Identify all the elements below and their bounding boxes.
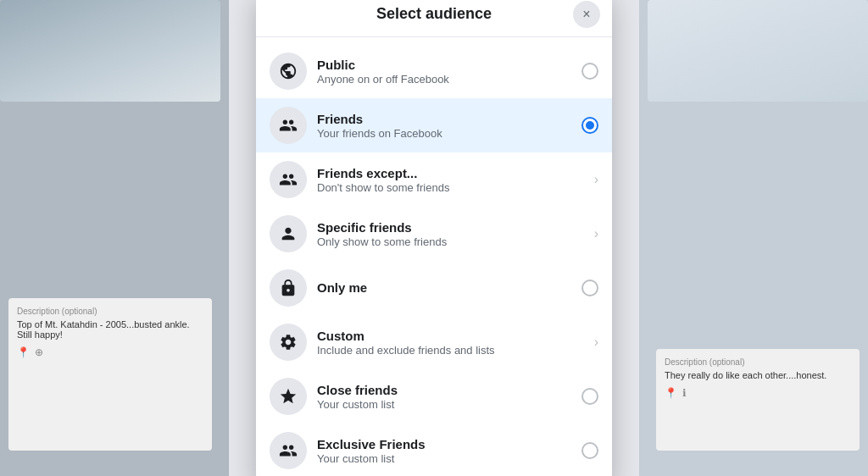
close-button[interactable]: × (573, 1, 600, 28)
custom-text: Custom Include and exclude friends and l… (317, 329, 584, 357)
public-subtitle: Anyone on or off Facebook (317, 73, 571, 86)
chevron-right-icon-3: › (594, 335, 598, 350)
specific-friends-title: Specific friends (317, 220, 584, 235)
specific-friends-chevron: › (594, 226, 598, 241)
specific-friends-icon-wrap (270, 215, 307, 252)
close-friends-icon-wrap (270, 378, 307, 415)
only-me-title: Only me (317, 280, 571, 295)
globe-icon (279, 62, 298, 80)
close-friends-radio (581, 388, 598, 405)
option-close-friends[interactable]: Close friends Your custom list (256, 369, 612, 423)
friends-except-subtitle: Don't show to some friends (317, 181, 584, 194)
public-text: Public Anyone on or off Facebook (317, 58, 571, 86)
only-me-icon-wrap (270, 269, 307, 307)
close-friends-text: Close friends Your custom list (317, 383, 571, 411)
custom-icon-wrap (270, 324, 307, 361)
option-friends-except[interactable]: Friends except... Don't show to some fri… (256, 152, 612, 207)
exclusive-friends-radio (581, 442, 598, 459)
custom-subtitle: Include and exclude friends and lists (317, 344, 584, 357)
exclusive-friends-text: Exclusive Friends Your custom list (317, 437, 571, 465)
friends-except-icon-wrap (270, 161, 307, 198)
option-only-me[interactable]: Only me (256, 261, 612, 315)
close-friends-radio-circle (581, 388, 598, 405)
exclusive-friends-subtitle: Your custom list (317, 452, 571, 465)
option-custom[interactable]: Custom Include and exclude friends and l… (256, 315, 612, 369)
close-friends-subtitle: Your custom list (317, 398, 571, 411)
friends-radio-circle (581, 117, 598, 134)
exclusive-friends-icon (279, 441, 298, 460)
star-icon (279, 387, 298, 406)
friends-except-icon (279, 170, 298, 189)
exclusive-friends-icon-wrap (270, 432, 307, 469)
option-exclusive-friends[interactable]: Exclusive Friends Your custom list (256, 423, 612, 476)
lock-icon (279, 279, 298, 297)
public-radio-circle (581, 63, 598, 80)
friends-except-chevron: › (594, 172, 598, 187)
select-audience-modal: Select audience × Public Anyone on or of… (256, 0, 612, 476)
only-me-radio-circle (581, 280, 598, 296)
public-title: Public (317, 58, 571, 72)
specific-friends-icon (279, 224, 298, 243)
close-friends-title: Close friends (317, 383, 571, 397)
exclusive-friends-radio-circle (581, 442, 598, 459)
friends-icon (279, 116, 298, 135)
modal-header: Select audience × (256, 0, 612, 37)
specific-friends-subtitle: Only show to some friends (317, 235, 584, 248)
gear-icon (279, 333, 298, 351)
friends-except-text: Friends except... Don't show to some fri… (317, 166, 584, 194)
specific-friends-text: Specific friends Only show to some frien… (317, 220, 584, 248)
option-friends[interactable]: Friends Your friends on Facebook (256, 98, 612, 152)
only-me-text: Only me (317, 280, 571, 296)
chevron-right-icon-2: › (594, 226, 598, 241)
option-public[interactable]: Public Anyone on or off Facebook (256, 44, 612, 98)
custom-chevron: › (594, 335, 598, 350)
friends-icon-wrap (270, 107, 307, 144)
public-icon-wrap (270, 53, 307, 90)
public-radio (581, 63, 598, 80)
modal-backdrop: Select audience × Public Anyone on or of… (0, 0, 868, 476)
option-specific-friends[interactable]: Specific friends Only show to some frien… (256, 207, 612, 261)
exclusive-friends-title: Exclusive Friends (317, 437, 571, 451)
modal-body: Public Anyone on or off Facebook Friends… (256, 37, 612, 476)
friends-title: Friends (317, 112, 571, 126)
friends-except-title: Friends except... (317, 166, 584, 180)
friends-subtitle: Your friends on Facebook (317, 127, 571, 140)
friends-text: Friends Your friends on Facebook (317, 112, 571, 140)
chevron-right-icon: › (594, 172, 598, 187)
modal-title: Select audience (376, 5, 492, 23)
custom-title: Custom (317, 329, 584, 343)
only-me-radio (581, 280, 598, 296)
friends-radio (581, 117, 598, 134)
